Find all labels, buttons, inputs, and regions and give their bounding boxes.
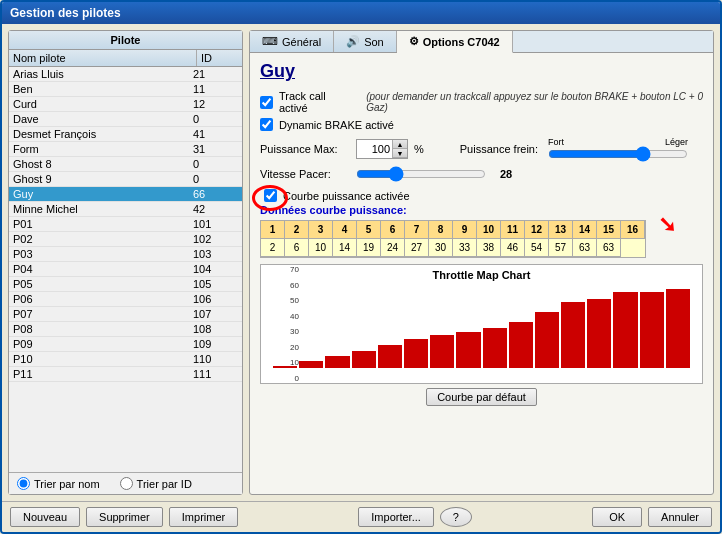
vitesse-pacer-slider[interactable] (356, 167, 486, 181)
pilot-list[interactable]: Arias Lluis21Ben11Curd12Dave0Desmet Fran… (9, 67, 242, 472)
tab-options-c7042[interactable]: ⚙ Options C7042 (397, 31, 513, 53)
chart-body: 706050403020100 (265, 283, 698, 368)
left-panel-header: Pilote (9, 31, 242, 50)
chart-bar (483, 328, 507, 368)
title-bar: Gestion des pilotes (2, 2, 720, 24)
window-title: Gestion des pilotes (10, 6, 121, 20)
col-id-header: ID (197, 50, 242, 66)
spinbox-down-btn[interactable]: ▼ (393, 149, 407, 158)
ok-btn[interactable]: OK (592, 507, 642, 527)
chart-bar (404, 339, 428, 368)
main-window: Gestion des pilotes Pilote Nom pilote ID… (0, 0, 722, 534)
chart-area (265, 283, 698, 368)
pilot-row[interactable]: Dave0 (9, 112, 242, 127)
puissance-max-spinbox[interactable]: ▲ ▼ (356, 139, 408, 159)
tab-options-label: Options C7042 (423, 36, 500, 48)
puissance-frein-label: Puissance frein: (460, 143, 538, 155)
pilot-row[interactable]: P08108 (9, 322, 242, 337)
sort-by-name-radio[interactable] (17, 477, 30, 490)
annuler-btn[interactable]: Annuler (648, 507, 712, 527)
pilot-row[interactable]: Guy66 (9, 187, 242, 202)
puissance-max-label: Puissance Max: (260, 143, 350, 155)
tab-general-label: Général (282, 36, 321, 48)
courbe-label: Courbe puissance activée (283, 190, 410, 202)
chart-container: Throttle Map Chart 706050403020100 (260, 264, 703, 384)
pilot-row[interactable]: Arias Lluis21 (9, 67, 242, 82)
pilot-row[interactable]: P05105 (9, 277, 242, 292)
data-grid-wrapper: 1234567891011121314151626101419242730333… (260, 220, 646, 258)
sort-by-name-text: Trier par nom (34, 478, 100, 490)
puissance-max-row: Puissance Max: ▲ ▼ % Puissance frein: Fo… (260, 137, 703, 161)
pct-label: % (414, 143, 424, 155)
pilot-row[interactable]: P10110 (9, 352, 242, 367)
chart-inner (265, 283, 698, 368)
tab-general[interactable]: ⌨ Général (250, 31, 334, 52)
right-panel: ⌨ Général 🔊 Son ⚙ Options C7042 Guy (249, 30, 714, 495)
chart-bar (640, 292, 664, 369)
importer-btn[interactable]: Importer... (358, 507, 434, 527)
puissance-frein-slider[interactable] (548, 147, 688, 161)
options-icon: ⚙ (409, 35, 419, 48)
courbe-checkbox[interactable] (264, 189, 277, 202)
supprimer-btn[interactable]: Supprimer (86, 507, 163, 527)
chart-bar (613, 292, 637, 369)
tab-son[interactable]: 🔊 Son (334, 31, 397, 52)
vitesse-pacer-label: Vitesse Pacer: (260, 168, 350, 180)
chart-bar (273, 366, 297, 368)
bottom-bar: Nouveau Supprimer Imprimer Importer... ?… (2, 501, 720, 532)
sort-by-name-label[interactable]: Trier par nom (17, 477, 100, 490)
chart-bar (299, 361, 323, 368)
pilot-row[interactable]: Ben11 (9, 82, 242, 97)
keyboard-icon: ⌨ (262, 35, 278, 48)
sort-options: Trier par nom Trier par ID (9, 472, 242, 494)
donnees-label: Données courbe puissance: (260, 204, 703, 216)
nouveau-btn[interactable]: Nouveau (10, 507, 80, 527)
chart-bar (456, 332, 480, 368)
vitesse-pacer-row: Vitesse Pacer: 28 (260, 167, 703, 181)
help-btn[interactable]: ? (440, 507, 472, 527)
spinbox-btns: ▲ ▼ (392, 140, 407, 158)
track-call-note: (pour demander un trackcall appuyez sur … (366, 91, 703, 113)
track-call-row: Track call activé (pour demander un trac… (260, 90, 703, 114)
chart-bar (325, 356, 349, 368)
courbe-default-container: Courbe par défaut (260, 388, 703, 406)
pilot-row[interactable]: P01101 (9, 217, 242, 232)
tab-bar: ⌨ Général 🔊 Son ⚙ Options C7042 (250, 31, 713, 53)
pilot-row[interactable]: P04104 (9, 262, 242, 277)
pilot-row[interactable]: P03103 (9, 247, 242, 262)
pilot-row[interactable]: Form31 (9, 142, 242, 157)
puissance-frein-container: Fort Léger (548, 137, 688, 161)
pilot-row[interactable]: Ghost 90 (9, 172, 242, 187)
chart-bar (378, 345, 402, 368)
dynamic-brake-label: Dynamic BRAKE activé (279, 119, 394, 131)
pilot-row[interactable]: Curd12 (9, 97, 242, 112)
sound-icon: 🔊 (346, 35, 360, 48)
sort-by-id-radio[interactable] (120, 477, 133, 490)
sort-by-id-text: Trier par ID (137, 478, 192, 490)
pilot-row[interactable]: Desmet François41 (9, 127, 242, 142)
pilot-row[interactable]: P02102 (9, 232, 242, 247)
track-call-checkbox[interactable] (260, 96, 273, 109)
pilot-row[interactable]: P07107 (9, 307, 242, 322)
track-call-label: Track call activé (279, 90, 352, 114)
pilot-row[interactable]: Minne Michel42 (9, 202, 242, 217)
tab-son-label: Son (364, 36, 384, 48)
courbe-checkbox-row: Courbe puissance activée (260, 189, 703, 202)
chart-bar (430, 335, 454, 368)
pilot-table: Nom pilote ID Arias Lluis21Ben11Curd12Da… (9, 50, 242, 472)
data-grid: 1234567891011121314151626101419242730333… (260, 220, 646, 258)
chart-bar (509, 322, 533, 368)
imprimer-btn[interactable]: Imprimer (169, 507, 238, 527)
courbe-default-btn[interactable]: Courbe par défaut (426, 388, 537, 406)
spinbox-up-btn[interactable]: ▲ (393, 140, 407, 149)
sort-by-id-label[interactable]: Trier par ID (120, 477, 192, 490)
pilot-row[interactable]: P09109 (9, 337, 242, 352)
right-content: Guy Track call activé (pour demander un … (250, 53, 713, 494)
dynamic-brake-checkbox[interactable] (260, 118, 273, 131)
pilot-row[interactable]: P11111 (9, 367, 242, 382)
pilot-row[interactable]: Ghost 80 (9, 157, 242, 172)
chart-bar (352, 351, 376, 368)
pilot-name-heading: Guy (260, 61, 703, 82)
puissance-max-input[interactable] (357, 142, 392, 156)
pilot-row[interactable]: P06106 (9, 292, 242, 307)
